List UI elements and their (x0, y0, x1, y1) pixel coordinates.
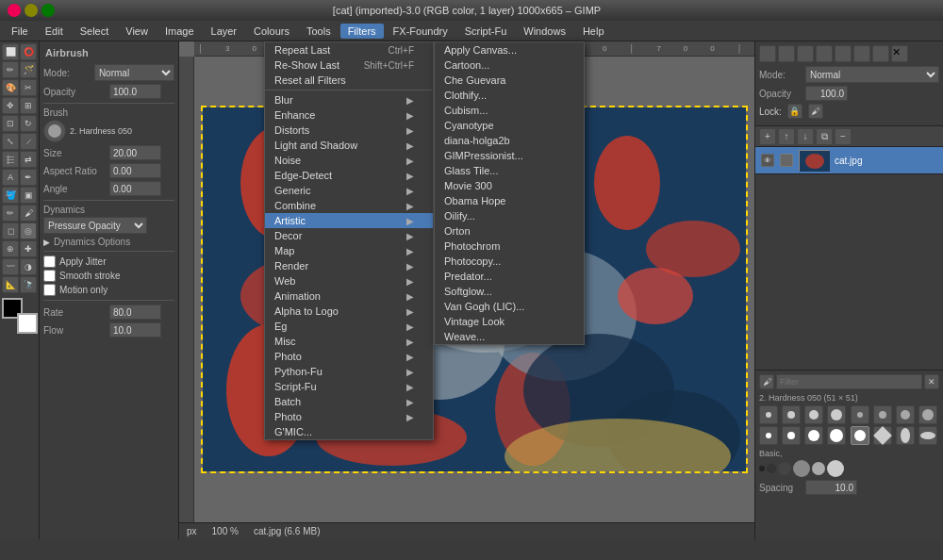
artistic-obama-hope[interactable]: Obama Hope (435, 193, 584, 208)
artistic-oilify[interactable]: Oilify... (435, 208, 584, 223)
rate-input[interactable] (109, 305, 161, 320)
menu-help[interactable]: Help (575, 24, 612, 39)
tool-path[interactable]: ✒ (20, 169, 37, 186)
artistic-van-gogh[interactable]: Van Gogh (LIC)... (435, 299, 584, 314)
brush-cell-13[interactable] (851, 426, 869, 445)
menu-decor[interactable]: Decor▶ (265, 228, 433, 243)
artistic-vintage-look[interactable]: Vintage Look (435, 314, 584, 329)
panel-btn-5[interactable] (835, 45, 852, 62)
menu-batch[interactable]: Batch▶ (265, 394, 433, 409)
brush-filter-input[interactable] (776, 374, 922, 389)
tool-paintbucket[interactable]: 🪣 (2, 187, 19, 204)
tool-measure[interactable]: 📐 (2, 276, 19, 293)
tool-heal[interactable]: ✚ (20, 240, 37, 257)
tool-paintbrush[interactable]: 🖌 (20, 205, 37, 222)
artistic-cubism[interactable]: Cubism... (435, 103, 584, 118)
window-controls[interactable] (8, 4, 55, 17)
menu-python-fu[interactable]: Python-Fu▶ (265, 364, 433, 379)
brush-cell-1[interactable] (759, 405, 778, 424)
tool-rect-select[interactable]: ⬜ (2, 43, 19, 60)
brush-cell-5[interactable] (851, 405, 869, 424)
menu-reset-filters[interactable]: Reset all Filters (265, 73, 433, 88)
artistic-diana-holga2b[interactable]: diana-holga2b (435, 133, 584, 148)
menu-script-fu[interactable]: Script-Fu▶ (265, 379, 433, 394)
tool-free-select[interactable]: ✏ (2, 61, 19, 78)
layer-dup-btn[interactable]: ⧉ (816, 128, 833, 145)
panel-btn-3[interactable] (797, 45, 814, 62)
menu-photo2[interactable]: Photo▶ (265, 409, 433, 424)
menu-light-shadow[interactable]: Light and Shadow▶ (265, 138, 433, 153)
brush-cell-2[interactable] (782, 405, 801, 424)
menu-alpha-to-logo[interactable]: Alpha to Logo▶ (265, 304, 433, 319)
menu-misc[interactable]: Misc▶ (265, 334, 433, 349)
brush-cell-12[interactable] (827, 426, 846, 445)
menu-distorts[interactable]: Distorts▶ (265, 123, 433, 138)
brushes-close[interactable]: ✕ (924, 374, 939, 389)
mode-select[interactable]: Normal (94, 64, 174, 81)
artistic-cartoon[interactable]: Cartoon... (435, 58, 584, 73)
dynamics-select[interactable]: Pressure Opacity (43, 217, 147, 234)
lock-paint-btn[interactable]: 🖌 (808, 104, 823, 119)
tool-crop[interactable]: ⊡ (2, 115, 19, 132)
artistic-movie300[interactable]: Movie 300 (435, 178, 584, 193)
maximize-button[interactable] (41, 4, 55, 17)
artistic-cyanotype[interactable]: Cyanotype (435, 118, 584, 133)
menu-photo[interactable]: Photo▶ (265, 349, 433, 364)
menu-colours[interactable]: Colours (246, 24, 297, 39)
angle-input[interactable] (109, 181, 161, 196)
tool-select-by-color[interactable]: 🎨 (2, 79, 19, 96)
artistic-che-guevara[interactable]: Che Guevara (435, 73, 584, 88)
artistic-gimpressionist[interactable]: GIMPressionist... (435, 148, 584, 163)
layer-chain[interactable] (780, 154, 793, 167)
tool-scale[interactable]: ⤡ (2, 133, 19, 150)
mode-right-select[interactable]: Normal (805, 66, 939, 83)
menu-render[interactable]: Render▶ (265, 258, 433, 273)
layer-up-btn[interactable]: ↑ (778, 128, 795, 145)
menu-animation[interactable]: Animation▶ (265, 288, 433, 304)
menu-filters[interactable]: Filters (340, 24, 384, 39)
flow-input[interactable] (109, 322, 161, 338)
dynamics-options-toggle[interactable]: ▶ (43, 238, 50, 247)
opacity-input[interactable] (109, 84, 161, 99)
menu-windows[interactable]: Windows (516, 24, 573, 39)
menu-web[interactable]: Web▶ (265, 273, 433, 288)
menu-image[interactable]: Image (157, 24, 202, 39)
opacity-right-input[interactable] (805, 86, 848, 101)
artistic-predator[interactable]: Predator... (435, 269, 584, 284)
brush-cell-3[interactable] (804, 405, 823, 424)
brush-cell-15[interactable] (896, 426, 915, 445)
panel-btn-6[interactable] (853, 45, 870, 62)
apply-jitter-check[interactable] (43, 255, 56, 268)
tool-blend[interactable]: ▣ (20, 187, 37, 204)
tool-clone[interactable]: ⊕ (2, 240, 19, 257)
menu-layer[interactable]: Layer (204, 24, 245, 39)
layer-down-btn[interactable]: ↓ (797, 128, 814, 145)
tool-pencil[interactable]: ✏ (2, 205, 19, 222)
menu-file[interactable]: File (4, 24, 36, 39)
brush-cell-4[interactable] (827, 405, 846, 424)
menu-view[interactable]: View (118, 24, 156, 39)
menu-scriptfu[interactable]: Script-Fu (457, 24, 515, 39)
menu-noise[interactable]: Noise▶ (265, 153, 433, 168)
menu-edge-detect[interactable]: Edge-Detect▶ (265, 168, 433, 183)
menu-artistic[interactable]: Artistic▶ (265, 213, 433, 228)
tool-text[interactable]: A (2, 169, 19, 186)
tool-ellipse-select[interactable]: ⭕ (20, 43, 37, 60)
panel-btn-1[interactable] (759, 45, 776, 62)
layer-new-btn[interactable]: + (759, 128, 776, 145)
brush-cell-10[interactable] (782, 426, 801, 445)
menu-edit[interactable]: Edit (38, 24, 71, 39)
menu-eg[interactable]: Eg▶ (265, 319, 433, 334)
layer-item[interactable]: 👁 cat.jpg (755, 147, 943, 174)
minimize-button[interactable] (25, 4, 38, 17)
tool-perspective[interactable]: ⬱ (2, 151, 19, 168)
panel-btn-2[interactable] (778, 45, 795, 62)
tool-airbrush[interactable]: ◎ (20, 222, 37, 239)
artistic-glass-tile[interactable]: Glass Tile... (435, 163, 584, 178)
artistic-orton[interactable]: Orton (435, 223, 584, 239)
brush-cell-7[interactable] (896, 405, 915, 424)
tool-flip[interactable]: ⇄ (20, 151, 37, 168)
menu-reshow-last[interactable]: Re-Show Last Shift+Ctrl+F (265, 58, 433, 73)
brush-cell-6[interactable] (873, 405, 892, 424)
tool-smudge[interactable]: 〰 (2, 258, 19, 275)
